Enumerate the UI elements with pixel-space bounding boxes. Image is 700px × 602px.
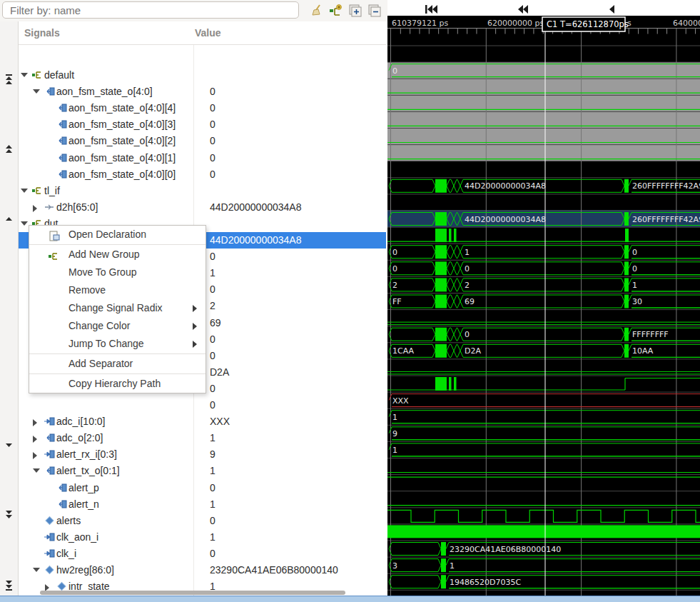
menu-item-open-declaration[interactable]: Open Declaration xyxy=(29,226,206,244)
step-back-icon[interactable] xyxy=(609,4,622,12)
tree-row-tl_if[interactable]: tl_if xyxy=(19,183,386,199)
menu-item-move-to-group[interactable]: Move To Group xyxy=(29,264,206,281)
svg-text:0: 0 xyxy=(392,248,397,257)
filter-input[interactable] xyxy=(2,1,299,19)
line-down-icon[interactable] xyxy=(3,440,15,451)
collapse-arrow-icon[interactable] xyxy=(21,189,28,193)
page-down-icon[interactable] xyxy=(3,509,15,521)
svg-text:2: 2 xyxy=(465,281,470,290)
menu-item-copy-hierarchy-path[interactable]: Copy Hierarchy Path xyxy=(29,375,206,393)
signal-value: 0 xyxy=(210,152,215,164)
tree-row-adc_o[2:0][interactable]: adc_o[2:0]1 xyxy=(19,430,386,446)
menu-item-label: Jump To Change xyxy=(69,338,144,349)
out-signal-icon xyxy=(56,499,67,509)
tree-row-aon_fsm_state_o[4:0][1][interactable]: aon_fsm_state_o[4:0][1]0 xyxy=(19,150,386,166)
signal-value: 0 xyxy=(210,350,215,361)
expand-arrow-icon[interactable] xyxy=(33,419,37,426)
signal-value: 1 xyxy=(210,531,215,543)
out-signal-icon xyxy=(44,86,55,96)
tree-row-clk_aon_i[interactable]: clk_aon_i1 xyxy=(19,529,386,546)
submenu-arrow-icon xyxy=(193,323,197,330)
out-signal-icon xyxy=(56,136,67,146)
signal-name: alert_rx_i[0:3] xyxy=(56,448,117,460)
signal-value: 2 xyxy=(210,300,215,311)
expand-all-icon[interactable] xyxy=(348,3,363,19)
in-signal-icon xyxy=(44,548,55,558)
go-to-start-icon[interactable] xyxy=(425,4,438,12)
in-signal-icon xyxy=(44,416,55,426)
tree-row-adc_i[10:0][interactable]: adc_i[10:0]XXX xyxy=(19,413,386,430)
tree-row-alert_tx_o[0:1][interactable]: alert_tx_o[0:1]1 xyxy=(19,463,386,479)
line-up-icon[interactable] xyxy=(3,214,15,225)
tree-row-alerts[interactable]: alerts0 xyxy=(19,513,386,529)
signal-name: default xyxy=(44,69,74,81)
expand-arrow-icon[interactable] xyxy=(33,205,37,212)
value-column-header[interactable]: Value xyxy=(195,27,221,39)
menu-item-remove[interactable]: Remove xyxy=(29,281,206,299)
signal-value: 0 xyxy=(210,135,215,146)
signal-value: 44D20000000034A8 xyxy=(210,201,301,213)
signal-value: 9 xyxy=(210,448,215,460)
signal-name: tl_if xyxy=(44,185,60,196)
svg-text:1: 1 xyxy=(465,248,470,257)
svg-text:1: 1 xyxy=(392,446,397,455)
svg-text:260FFFFFFFF42A9: 260FFFFFFFF42A9 xyxy=(632,215,700,224)
collapse-arrow-icon[interactable] xyxy=(33,568,40,572)
signals-column-header[interactable]: Signals xyxy=(24,27,60,39)
collapse-arrow-icon[interactable] xyxy=(21,221,28,226)
menu-item-add-separator[interactable]: Add Separator xyxy=(29,355,206,373)
tree-row-aon_fsm_state_o[4:0][0][interactable]: aon_fsm_state_o[4:0][0]0 xyxy=(19,166,386,183)
expand-arrow-icon[interactable] xyxy=(33,452,37,459)
tree-horizontal-scrollbar[interactable] xyxy=(40,591,345,595)
signal-value: 0 xyxy=(210,482,215,493)
fast-rewind-icon[interactable] xyxy=(518,4,531,12)
add-group-icon[interactable] xyxy=(328,3,344,19)
signal-name: alert_tx_o[0:1] xyxy=(56,465,120,476)
scroll-to-top-icon[interactable] xyxy=(3,74,15,85)
out-signal-icon xyxy=(56,483,67,493)
tree-row-default[interactable]: default xyxy=(19,67,386,84)
tree-row-aon_fsm_state_o[4:0][interactable]: aon_fsm_state_o[4:0]0 xyxy=(19,84,386,100)
tree-row-alert_n[interactable]: alert_n1 xyxy=(19,496,386,513)
svg-text:10AA: 10AA xyxy=(632,346,654,356)
tree-row-hw2reg[86:0][interactable]: hw2reg[86:0]23290CA41AE06B80000140 xyxy=(19,562,386,578)
group-signal-icon xyxy=(32,70,43,80)
signal-value: 0 xyxy=(210,333,215,345)
svg-text:1CAA: 1CAA xyxy=(392,346,415,356)
clear-filter-icon[interactable] xyxy=(310,3,325,19)
tree-row-alert_rx_i[0:3][interactable]: alert_rx_i[0:3]9 xyxy=(19,446,386,463)
tree-row-aon_fsm_state_o[4:0][3][interactable]: aon_fsm_state_o[4:0][3]0 xyxy=(19,116,386,133)
waveform-canvas[interactable]: 610379121 ps620000000 pss640000000 psC1 … xyxy=(387,16,700,596)
signal-value: 0 xyxy=(210,251,215,262)
tree-row-clk_i[interactable]: clk_i0 xyxy=(19,546,386,562)
svg-text:44D20000000034A8: 44D20000000034A8 xyxy=(465,215,546,224)
tree-row-d2h[65:0][interactable]: d2h[65:0]44D20000000034A8 xyxy=(19,199,386,216)
tree-row-aon_fsm_state_o[4:0][4][interactable]: aon_fsm_state_o[4:0][4]0 xyxy=(19,100,386,116)
net-signal-icon xyxy=(44,202,55,212)
submenu-arrow-icon xyxy=(193,341,197,348)
tree-row-hidden-20[interactable]: 0 xyxy=(19,397,386,413)
svg-text:620000000 ps: 620000000 ps xyxy=(487,19,544,28)
svg-text:9: 9 xyxy=(392,429,397,438)
collapse-all-icon[interactable] xyxy=(367,3,382,19)
menu-item-change-signal-radix[interactable]: Change Signal Radix xyxy=(29,299,206,317)
svg-text:0: 0 xyxy=(465,330,470,339)
menu-item-change-color[interactable]: Change Color xyxy=(29,317,206,335)
expand-arrow-icon[interactable] xyxy=(33,436,37,443)
svg-text:0: 0 xyxy=(392,66,397,76)
tree-row-alert_p[interactable]: alert_p0 xyxy=(19,480,386,496)
page-up-icon[interactable] xyxy=(3,144,15,155)
signal-name: alert_p xyxy=(69,482,99,493)
collapse-arrow-icon[interactable] xyxy=(33,89,40,94)
tree-row-aon_fsm_state_o[4:0][2][interactable]: aon_fsm_state_o[4:0][2]0 xyxy=(19,133,386,149)
menu-item-label: Copy Hierarchy Path xyxy=(69,378,161,389)
collapse-arrow-icon[interactable] xyxy=(33,468,40,473)
menu-item-add-new-group[interactable]: Add New Group xyxy=(29,246,206,264)
out-signal-icon xyxy=(56,103,67,113)
signal-value: 1 xyxy=(210,267,215,279)
menu-item-jump-to-change[interactable]: Jump To Change xyxy=(29,335,206,353)
collapse-arrow-icon[interactable] xyxy=(21,73,28,77)
svg-text:XXX: XXX xyxy=(392,396,409,406)
scroll-to-bottom-icon[interactable] xyxy=(3,580,15,591)
wave-horizontal-scrollbar[interactable] xyxy=(0,596,700,602)
